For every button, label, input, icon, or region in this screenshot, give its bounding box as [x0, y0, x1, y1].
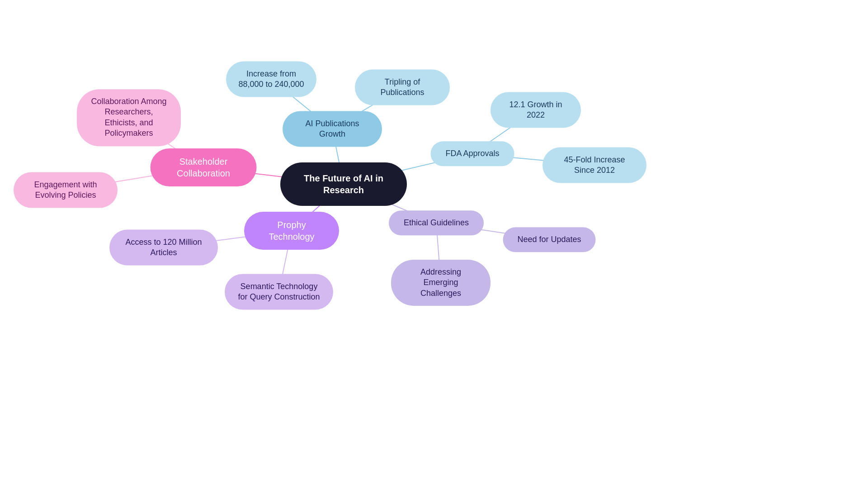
increase-from-node: Increase from 88,000 to 240,000 — [226, 62, 316, 97]
tripling-publications-node: Tripling of Publications — [355, 70, 450, 105]
addressing-challenges-node: Addressing Emerging Challenges — [391, 260, 491, 306]
fold45-increase-node: 45-Fold Increase Since 2012 — [542, 147, 646, 183]
stakeholder-collab-node: Stakeholder Collaboration — [151, 148, 257, 186]
access-120-node: Access to 120 Million Articles — [109, 230, 218, 266]
ai-publications-growth-node: AI Publications Growth — [283, 111, 382, 147]
ethical-guidelines-node: Ethical Guidelines — [389, 210, 484, 235]
prophy-technology-node: Prophy Technology — [244, 212, 339, 250]
center-node: The Future of AI in Research — [280, 162, 407, 206]
semantic-tech-node: Semantic Technology for Query Constructi… — [225, 274, 333, 310]
growth-2022-node: 12.1 Growth in 2022 — [491, 92, 581, 128]
engagement-policies-node: Engagement with Evolving Policies — [14, 172, 118, 208]
need-for-updates-node: Need for Updates — [503, 227, 596, 252]
fda-approvals-node: FDA Approvals — [431, 141, 514, 166]
collab-among-node: Collaboration Among Researchers, Ethicis… — [77, 89, 181, 146]
